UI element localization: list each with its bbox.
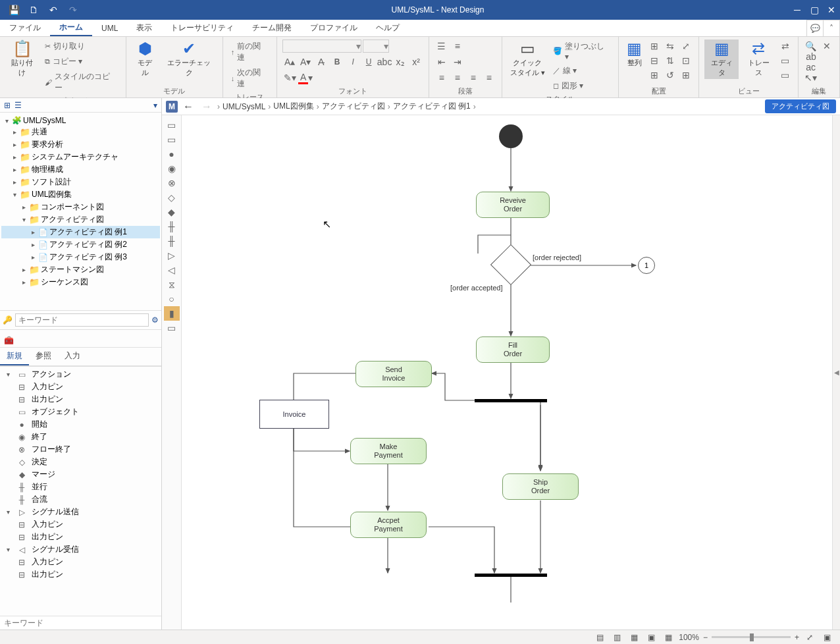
font-shrink-icon[interactable]: A▾: [298, 55, 313, 68]
tree-item[interactable]: ▸📁物理構成: [1, 163, 160, 176]
bold-icon[interactable]: B: [330, 55, 344, 68]
palette-item[interactable]: ⊟出力ピン: [3, 393, 159, 406]
tree-item[interactable]: ▸📁ステートマシン図: [1, 263, 160, 276]
fork-bar-1[interactable]: [475, 399, 547, 402]
undo-icon[interactable]: ↶: [45, 1, 62, 18]
chat-icon[interactable]: 💬: [806, 20, 824, 36]
tree-item[interactable]: ▸📄アクティビティ図 例2: [1, 238, 160, 251]
model-button[interactable]: ⬢モデル: [132, 40, 159, 79]
list-icon[interactable]: ☰: [14, 101, 22, 110]
palette-group[interactable]: ▾◁シグナル受信: [3, 543, 159, 556]
delete-icon[interactable]: ✕: [820, 40, 834, 53]
view3-icon[interactable]: ▦: [627, 633, 641, 642]
align-justify-icon[interactable]: ≡: [482, 71, 496, 84]
crumb[interactable]: アクティビティ図 例1: [393, 101, 471, 112]
replace-icon[interactable]: abac: [804, 55, 818, 68]
nav-back-icon[interactable]: ←: [180, 101, 196, 113]
palette-filter-input[interactable]: [0, 616, 161, 630]
tool-join[interactable]: ╫: [164, 234, 180, 248]
paste-button[interactable]: 📋貼り付け: [5, 40, 39, 79]
new-icon[interactable]: 🗋: [25, 1, 42, 18]
palette-item[interactable]: ⊟出力ピン: [3, 531, 159, 543]
zoom-slider[interactable]: − +: [703, 633, 799, 642]
palette-item[interactable]: ◆マージ: [3, 468, 159, 481]
view2-icon[interactable]: ▥: [610, 633, 623, 642]
nav-forward-icon[interactable]: →: [199, 101, 215, 113]
line-button[interactable]: ／ 線 ▾: [550, 64, 613, 78]
select-icon[interactable]: ↖▾: [804, 71, 818, 84]
menu-uml[interactable]: UML: [92, 20, 127, 36]
tree-item[interactable]: ▸📄アクティビティ図 例3: [1, 251, 160, 263]
tool-rect[interactable]: ▭: [164, 132, 180, 147]
fill-button[interactable]: 🪣 塗りつぶし ▾: [550, 40, 613, 63]
view4-icon[interactable]: ▣: [644, 633, 658, 642]
tree-search-input[interactable]: [15, 313, 149, 327]
action-accept-payment[interactable]: Accpet Payment: [350, 512, 427, 538]
menu-home[interactable]: ホーム: [50, 20, 92, 36]
tool-hourglass[interactable]: ⧖: [164, 277, 180, 292]
action-send-invoice[interactable]: Send Invoice: [355, 361, 432, 387]
tool-fork[interactable]: ╫: [164, 219, 180, 234]
tool-region[interactable]: ▮: [164, 306, 180, 321]
minimize-button[interactable]: ─: [789, 1, 806, 18]
maximize-button[interactable]: ▢: [806, 1, 823, 18]
outdent-icon[interactable]: ⇤: [434, 55, 449, 68]
keyword-icon[interactable]: 🔑: [3, 315, 13, 325]
prev-relation-button[interactable]: ↑ 前の関連: [228, 40, 271, 65]
palette-item[interactable]: ◉終了: [3, 431, 159, 443]
align-left-icon[interactable]: ≡: [434, 71, 449, 84]
strike-icon[interactable]: abc: [377, 55, 392, 68]
menu-display[interactable]: 表示: [127, 20, 161, 36]
tool-rect-round[interactable]: ▭: [164, 118, 180, 132]
tree-item[interactable]: ▾📁アクティビティ図: [1, 213, 160, 226]
redo-icon[interactable]: ↷: [65, 1, 82, 18]
quickstyle-button[interactable]: ▭クイック スタイル ▾: [508, 40, 548, 79]
diagram-canvas[interactable]: Reveive Order [order rejected] [order ac…: [182, 115, 832, 630]
editor-button[interactable]: ▦エディタ: [704, 40, 739, 79]
tree-item[interactable]: ▾📁UML図例集: [1, 188, 160, 201]
tool-signal-send[interactable]: ▷: [164, 248, 180, 263]
action-make-payment[interactable]: Make Payment: [350, 438, 427, 464]
fit-icon[interactable]: ⤢: [803, 633, 816, 642]
tree-item[interactable]: ▸📁コンポーネント図: [1, 201, 160, 213]
action-fill-order[interactable]: Fill Order: [476, 336, 550, 363]
copy-button[interactable]: ⧉ コピー ▾: [42, 55, 120, 68]
align-right-icon[interactable]: ≡: [466, 71, 481, 84]
palette-item[interactable]: ╫合流: [3, 493, 159, 506]
model-root-icon[interactable]: M: [166, 101, 178, 113]
tree-icon[interactable]: ⊞: [4, 101, 11, 110]
shape-button[interactable]: ◻ 図形 ▾: [550, 79, 613, 93]
toolbox-icon[interactable]: 🧰: [4, 336, 14, 345]
tree-item[interactable]: ▸📁要求分析: [1, 138, 160, 151]
palette-group[interactable]: ▾▷シグナル送信: [3, 506, 159, 518]
tool-decision[interactable]: ◇: [164, 190, 180, 205]
indent-icon[interactable]: ⇥: [450, 55, 465, 68]
palette-group[interactable]: ▾▭アクション: [3, 368, 159, 381]
stylecopy-button[interactable]: 🖌 スタイルのコピー: [42, 70, 120, 95]
zoom-out-icon[interactable]: −: [703, 633, 708, 642]
action-receive-order[interactable]: Reveive Order: [476, 192, 550, 218]
crumb[interactable]: UML/SysML: [223, 102, 265, 111]
palette-item[interactable]: ⊟入力ピン: [3, 556, 159, 568]
next-relation-button[interactable]: ↓ 次の関連: [228, 66, 271, 91]
save-icon[interactable]: 💾: [5, 1, 22, 18]
palette-item[interactable]: ●開始: [3, 418, 159, 431]
palette-item[interactable]: ◇決定: [3, 456, 159, 468]
bullets-icon[interactable]: ☰: [434, 40, 449, 53]
clearfmt-icon[interactable]: A̶: [314, 55, 328, 68]
palette-item[interactable]: ▭オブジェクト: [3, 406, 159, 418]
decision-node[interactable]: [490, 244, 531, 285]
arrange-button[interactable]: ▦整列: [624, 40, 644, 69]
close-button[interactable]: ✕: [823, 1, 840, 18]
palette-item[interactable]: ╫並行: [3, 481, 159, 493]
tool-signal-recv[interactable]: ◁: [164, 263, 180, 277]
tool-note[interactable]: ▭: [164, 321, 180, 335]
view1-icon[interactable]: ▤: [593, 633, 606, 642]
join-bar[interactable]: [475, 574, 547, 577]
palette-item[interactable]: ⊟入力ピン: [3, 518, 159, 531]
tool-flowfinal[interactable]: ⊗: [164, 176, 180, 190]
tree-item[interactable]: ▸📁ソフト設計: [1, 176, 160, 188]
palette-item[interactable]: ⊟出力ピン: [3, 568, 159, 581]
traceview-button[interactable]: ⇄トレース: [741, 40, 775, 79]
collapse-ribbon-icon[interactable]: ˄: [823, 20, 840, 36]
